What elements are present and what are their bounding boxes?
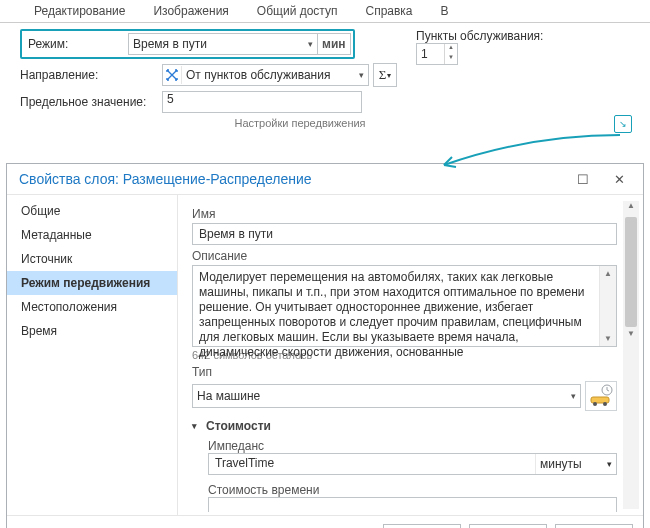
mode-unit-button[interactable]: мин [317,33,351,55]
svg-point-2 [593,402,597,406]
direction-combo-value: От пунктов обслуживания [182,68,354,82]
ribbon-panel: Режим: Время в пути ▾ мин Направление: О… [0,23,650,133]
down-arrow-icon: ▼ [445,54,457,64]
type-label: Тип [192,365,617,379]
direction-label: Направление: [20,68,162,82]
mode-highlight: Режим: Время в пути ▾ мин [20,29,355,59]
chevron-down-icon: ▾ [607,459,612,469]
layer-properties-dialog: Свойства слоя: Размещение-Распределение … [6,163,644,528]
ribbon-tabs: Редактирование Изображения Общий доступ … [0,0,650,23]
mode-combo[interactable]: Время в пути ▾ [128,33,318,55]
ribbon-group-caption: Настройки передвижения [20,117,640,129]
mode-combo-value: Время в пути [129,37,303,51]
apply-button[interactable]: Применить [555,524,633,528]
service-points-spinner[interactable]: 1 ▲ ▼ [416,43,458,65]
cancel-button[interactable]: Отмена [469,524,547,528]
up-arrow-icon: ▲ [600,266,616,281]
sidebar-item-source[interactable]: Источник [7,247,177,271]
type-combo-value: На машине [193,389,566,403]
svg-rect-1 [591,397,609,403]
tab-edit[interactable]: Редактирование [20,2,139,22]
sidebar-item-locations[interactable]: Местоположения [7,295,177,319]
tab-share[interactable]: Общий доступ [243,2,352,22]
chevron-down-icon: ▾ [303,39,317,49]
time-cost-combo[interactable] [208,497,617,512]
mode-label: Режим: [24,37,128,51]
impedance-units-combo[interactable]: минуты ▾ [535,454,616,474]
name-label: Имя [192,207,617,221]
limit-label: Предельное значение: [20,95,162,109]
chevron-down-icon: ▾ [566,391,580,401]
costs-header-label: Стоимости [206,419,271,433]
time-cost-label: Стоимость времени [208,483,617,497]
description-textarea[interactable]: Моделирует перемещения на автомобилях, т… [192,265,617,347]
content-scrollbar[interactable]: ▲ ▼ [623,201,639,509]
description-text: Моделирует перемещения на автомобилях, т… [199,270,610,360]
description-scrollbar[interactable]: ▲ ▼ [599,266,616,346]
close-button[interactable]: ✕ [601,172,637,187]
close-icon: ✕ [614,172,625,187]
spinner-arrows[interactable]: ▲ ▼ [444,44,457,64]
impedance-combo[interactable]: TravelTime минуты ▾ [208,453,617,475]
scrollbar-thumb[interactable] [625,217,637,327]
maximize-icon: ☐ [577,172,589,187]
callout-arrow [0,133,650,163]
impedance-label: Импеданс [208,439,617,453]
tab-truncated[interactable]: В [427,2,463,22]
up-arrow-icon: ▲ [623,201,639,215]
service-points-group: Пункты обслуживания: 1 ▲ ▼ [416,29,543,65]
service-points-value: 1 [417,44,444,64]
sidebar-item-metadata[interactable]: Метаданные [7,223,177,247]
ok-button[interactable]: OK [383,524,461,528]
accumulate-sigma-button[interactable]: Σ▾ [373,63,397,87]
type-combo[interactable]: На машине ▾ [192,384,581,408]
maximize-button[interactable]: ☐ [565,172,601,187]
sidebar-item-general[interactable]: Общие [7,199,177,223]
chevron-down-icon: ▾ [354,70,368,80]
down-arrow-icon: ▼ [623,329,639,343]
up-arrow-icon: ▲ [445,44,457,54]
limit-input[interactable]: 5 [162,91,362,113]
down-arrow-icon: ▼ [600,331,616,346]
svg-point-3 [603,402,607,406]
costs-section-header[interactable]: ▾ Стоимости [192,419,617,433]
tab-help[interactable]: Справка [351,2,426,22]
description-label: Описание [192,249,617,263]
sidebar-item-travel-mode[interactable]: Режим передвижения [7,271,177,295]
launcher-icon: ↘ [619,119,627,129]
dialog-sidebar: Общие Метаданные Источник Режим передвиж… [7,195,178,515]
tab-images[interactable]: Изображения [139,2,242,22]
dialog-content: Имя Время в пути Описание Моделирует пер… [178,195,643,515]
impedance-units-value: минуты [540,457,582,471]
chevron-down-icon: ▾ [192,421,206,431]
dialog-button-bar: OK Отмена Применить [7,515,643,528]
sidebar-item-time[interactable]: Время [7,319,177,343]
dialog-title: Свойства слоя: Размещение-Распределение [19,171,565,187]
service-points-label: Пункты обслуживания: [416,29,543,43]
name-input[interactable]: Время в пути [192,223,617,245]
type-vehicle-icon[interactable] [585,381,617,411]
sigma-icon: Σ [379,67,387,83]
impedance-value: TravelTime [209,454,535,474]
direction-combo[interactable]: От пунктов обслуживания ▾ [162,64,369,86]
direction-away-icon [163,66,182,84]
